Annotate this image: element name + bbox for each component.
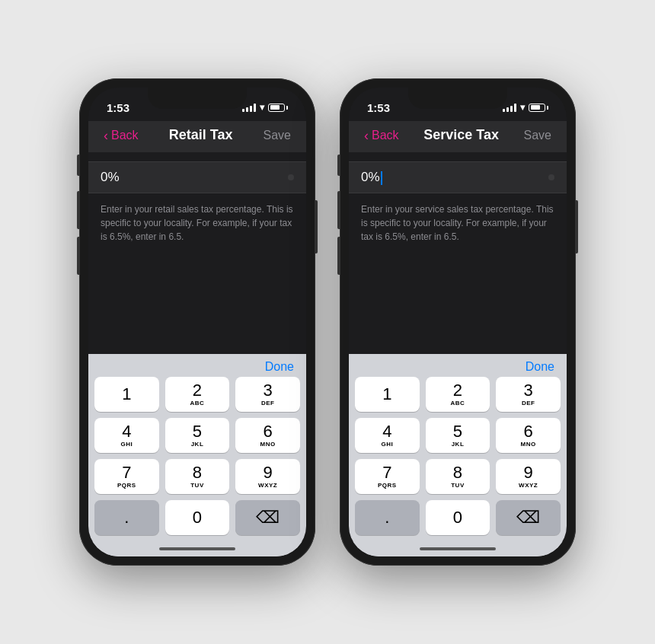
keyboard-done-row: Done: [88, 354, 306, 377]
key-letters: JKL: [191, 441, 204, 448]
save-button[interactable]: Save: [264, 129, 291, 142]
key-5[interactable]: 5 JKL: [426, 418, 490, 453]
done-button[interactable]: Done: [265, 360, 294, 374]
home-bar: [159, 547, 235, 550]
key-number: 6: [264, 423, 273, 440]
key-number: 8: [193, 464, 202, 481]
key-4[interactable]: 4 GHI: [94, 418, 159, 453]
input-indicator: [288, 174, 294, 180]
nav-bar: ‹ Back Service Tax Save: [349, 121, 567, 152]
tax-input-section[interactable]: 0%: [349, 161, 567, 193]
keyboard: Done 1 2 ABC: [349, 354, 567, 556]
keyboard: Done 1 2 ABC: [88, 354, 306, 556]
key-letters: GHI: [120, 441, 133, 448]
power-button: [315, 200, 318, 253]
key-2[interactable]: 2 ABC: [165, 377, 230, 412]
key-3[interactable]: 3 DEF: [235, 377, 300, 412]
back-label: Back: [372, 129, 399, 142]
key-number: .: [385, 509, 389, 526]
battery-icon: [529, 104, 548, 112]
back-button[interactable]: ‹ Back: [104, 129, 139, 142]
key-9[interactable]: 9 WXYZ: [496, 459, 561, 494]
phone-1: 1:53 ▾ ‹ B: [79, 78, 315, 566]
key-0[interactable]: 0: [165, 500, 230, 535]
key-period[interactable]: .: [94, 500, 159, 535]
key-number: 9: [264, 464, 273, 481]
key-period[interactable]: .: [355, 500, 420, 535]
key-7[interactable]: 7 PQRS: [355, 459, 420, 494]
key-number: 0: [193, 509, 202, 526]
key-number: 0: [453, 509, 462, 526]
key-letters: WXYZ: [258, 482, 277, 489]
key-letters: PQRS: [117, 482, 136, 489]
key-number: 4: [382, 423, 391, 440]
key-number: 5: [193, 423, 202, 440]
battery-icon: [268, 104, 288, 112]
key-5[interactable]: 5 JKL: [165, 418, 230, 453]
save-button[interactable]: Save: [524, 129, 551, 142]
status-icons: ▾: [503, 102, 548, 113]
key-number: 4: [122, 423, 131, 440]
key-number: 5: [453, 423, 462, 440]
chevron-left-icon: ‹: [364, 129, 369, 142]
signal-icon: [242, 104, 256, 112]
key-6[interactable]: 6 MNO: [235, 418, 300, 453]
key-7[interactable]: 7 PQRS: [94, 459, 159, 494]
key-letters: ABC: [451, 400, 465, 406]
key-number: 1: [122, 386, 131, 403]
description-text: Enter in your retail sales tax percentag…: [88, 193, 306, 253]
phone-2: 1:53 ▾ ‹ B: [340, 78, 576, 566]
key-number: 2: [453, 382, 462, 399]
home-bar: [420, 547, 496, 550]
content-area: 0% Enter in your service sales tax perce…: [349, 152, 567, 556]
key-6[interactable]: 6 MNO: [496, 418, 561, 453]
input-indicator: [548, 174, 554, 180]
key-number: ⌫: [516, 509, 540, 526]
key-9[interactable]: 9 WXYZ: [235, 459, 300, 494]
chevron-left-icon: ‹: [104, 129, 108, 142]
key-number: .: [124, 509, 129, 526]
phone-screen: 1:53 ▾ ‹ B: [349, 88, 567, 556]
key-8[interactable]: 8 TUV: [165, 459, 230, 494]
key-number: 6: [524, 423, 533, 440]
key-number: 8: [453, 464, 462, 481]
phone-screen: 1:53 ▾ ‹ B: [88, 88, 306, 556]
mute-button: [77, 155, 79, 176]
page-title: Service Tax: [423, 127, 499, 143]
key-4[interactable]: 4 GHI: [355, 418, 420, 453]
notch: [408, 88, 507, 109]
key-0[interactable]: 0: [426, 500, 490, 535]
volume-up-button: [77, 191, 79, 229]
volume-down-button: [77, 237, 79, 275]
key-8[interactable]: 8 TUV: [426, 459, 490, 494]
mute-button: [337, 155, 340, 176]
tax-value: 0%: [101, 170, 120, 185]
key-letters: TUV: [190, 482, 204, 489]
key-3[interactable]: 3 DEF: [496, 377, 561, 412]
notch: [148, 88, 247, 109]
keyboard-done-row: Done: [349, 354, 567, 377]
key-letters: DEF: [522, 400, 535, 406]
key-2[interactable]: 2 ABC: [426, 377, 490, 412]
back-button[interactable]: ‹ Back: [364, 129, 399, 142]
key-1[interactable]: 1: [94, 377, 159, 412]
status-icons: ▾: [242, 102, 288, 113]
key-letters: MNO: [521, 441, 536, 448]
volume-up-button: [337, 191, 340, 229]
status-time: 1:53: [367, 101, 390, 114]
wifi-icon: ▾: [520, 102, 525, 113]
key-number: 3: [264, 382, 273, 399]
done-button[interactable]: Done: [526, 360, 554, 374]
key-1[interactable]: 1: [355, 377, 420, 412]
key-backspace[interactable]: ⌫: [496, 500, 561, 535]
keyboard-grid: 1 2 ABC 3 DEF: [88, 377, 306, 541]
back-label: Back: [111, 129, 139, 142]
page-title: Retail Tax: [169, 127, 233, 143]
tax-value: 0%: [361, 170, 382, 185]
keyboard-grid: 1 2 ABC 3 DEF: [349, 377, 567, 541]
signal-icon: [503, 104, 516, 112]
key-number: 7: [122, 464, 131, 481]
key-backspace[interactable]: ⌫: [235, 500, 300, 535]
tax-input-section[interactable]: 0%: [88, 161, 306, 193]
key-number: ⌫: [256, 509, 280, 526]
